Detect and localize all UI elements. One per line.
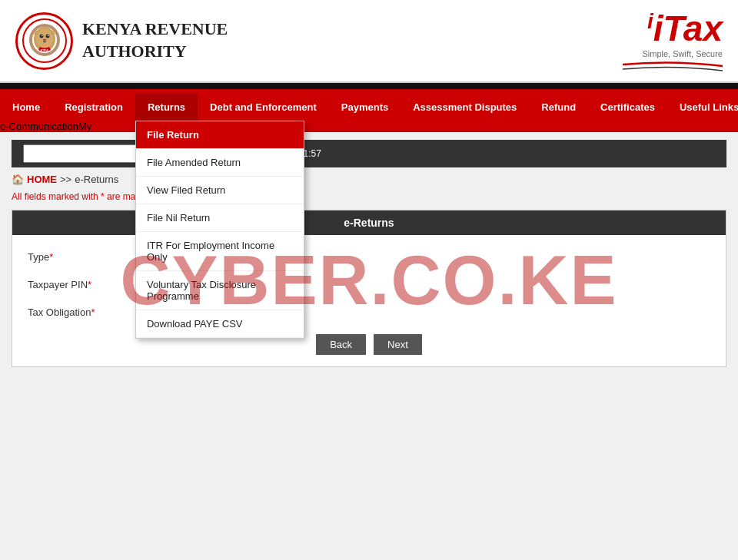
drop-view-filed[interactable]: View Filed Return <box>136 177 304 204</box>
drop-voluntary[interactable]: Voluntary Tax Disclosure Programme <box>136 271 304 310</box>
nav-refund[interactable]: Refund <box>529 94 588 121</box>
drop-file-nil[interactable]: File Nil Return <box>136 204 304 232</box>
logo-left: KRA Kenya Revenue Authority <box>15 12 228 70</box>
nav-certificates[interactable]: Certificates <box>588 94 667 121</box>
back-button[interactable]: Back <box>316 334 366 355</box>
nav-returns-container: Returns File Return File Amended Return … <box>135 94 198 121</box>
kra-logo: KRA <box>15 12 73 70</box>
svg-point-3 <box>36 28 53 48</box>
breadcrumb-current: e-Returns <box>75 174 118 185</box>
nav-useful-links[interactable]: Useful Links <box>667 94 738 121</box>
nav-registration[interactable]: Registration <box>52 94 135 121</box>
svg-point-7 <box>48 35 49 37</box>
itax-i: iiTax <box>647 8 723 49</box>
svg-point-4 <box>39 35 43 38</box>
home-icon: 🏠 <box>12 174 24 185</box>
type-label: Type* <box>28 251 128 263</box>
drop-file-amended[interactable]: File Amended Return <box>136 149 304 177</box>
drop-download-paye[interactable]: Download PAYE CSV <box>136 310 304 338</box>
svg-text:KRA: KRA <box>40 48 48 53</box>
nav-payments[interactable]: Payments <box>329 94 401 121</box>
subnav-my[interactable]: My <box>78 121 91 132</box>
breadcrumb-separator: >> <box>60 174 71 185</box>
kra-name: Kenya Revenue Authority <box>82 18 228 62</box>
nav-debt[interactable]: Debt and Enforcement <box>198 94 329 121</box>
form-row-tax-obligation: Tax Obligation* --Select-- <box>28 302 710 323</box>
taxpayer-pin-label: Taxpayer PIN* <box>28 279 128 290</box>
subnav-ecommunication[interactable]: e-Communication <box>0 121 78 132</box>
returns-dropdown: File Return File Amended Return View Fil… <box>135 121 304 339</box>
required-note: All fields marked with * are mandatory <box>12 191 726 202</box>
itax-logo: iiTax Simple, Swift, Secure <box>623 8 723 74</box>
swoosh <box>623 58 723 74</box>
form-card: e-Returns Type* Self Taxpayer PIN* <box>12 210 726 367</box>
form-row-type: Type* Self <box>28 247 710 267</box>
form-row-taxpayer-pin: Taxpayer PIN* <box>28 275 710 294</box>
tax-obligation-label: Tax Obligation* <box>28 307 128 318</box>
nav-assessment[interactable]: Assessment Disputes <box>401 94 529 121</box>
header: KRA Kenya Revenue Authority iiTax Simple… <box>0 0 738 83</box>
itax-tagline: Simple, Swift, Secure <box>642 49 723 58</box>
form-card-header: e-Returns <box>12 210 726 235</box>
breadcrumb: 🏠 HOME >> e-Returns <box>12 174 726 185</box>
svg-point-8 <box>43 39 46 41</box>
lion-svg: KRA <box>22 18 68 64</box>
next-button[interactable]: Next <box>374 334 422 355</box>
nav-returns[interactable]: Returns <box>135 94 198 121</box>
nav-home[interactable]: Home <box>0 94 52 121</box>
form-body: Type* Self Taxpayer PIN* Tax Obligation* <box>12 235 726 366</box>
main-nav: Home Registration Returns File Return Fi… <box>0 94 738 121</box>
sub-nav: e-Communication My <box>0 121 738 132</box>
breadcrumb-home[interactable]: HOME <box>27 174 57 185</box>
black-bar <box>0 83 738 89</box>
drop-itr-employment[interactable]: ITR For Employment Income Only <box>136 232 304 271</box>
svg-point-6 <box>42 35 43 37</box>
form-actions: Back Next <box>28 334 710 355</box>
svg-point-5 <box>45 35 49 38</box>
drop-file-return[interactable]: File Return <box>136 121 304 149</box>
login-bar: - Last Login : OCT 08, 2023 05:41:57 <box>12 140 726 167</box>
content-area: - Last Login : OCT 08, 2023 05:41:57 🏠 H… <box>0 132 738 375</box>
